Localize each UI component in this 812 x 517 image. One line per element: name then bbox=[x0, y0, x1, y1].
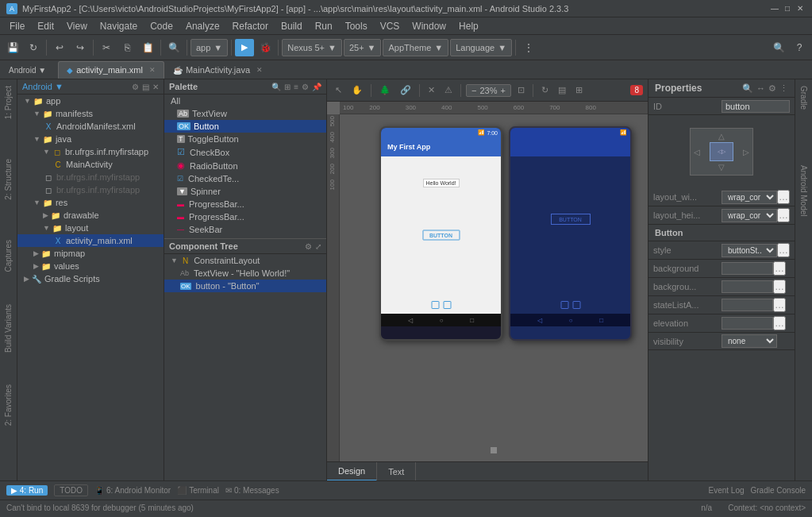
palette-item-button[interactable]: OK Button bbox=[164, 120, 326, 133]
help-btn[interactable]: ? bbox=[790, 38, 809, 57]
tree-item-mipmap[interactable]: ▶ 📁 mipmap bbox=[17, 247, 164, 260]
prop-layout-width-more[interactable]: … bbox=[777, 190, 790, 204]
debug-button[interactable]: 🐞 bbox=[256, 38, 275, 57]
search-everywhere-btn[interactable]: 🔍 bbox=[769, 38, 788, 57]
prop-layout-height-select[interactable]: wrap_cor match_parent wrap_content bbox=[722, 209, 777, 222]
menu-view[interactable]: View bbox=[60, 19, 94, 33]
comp-tree-button[interactable]: OK button - "Button" bbox=[164, 280, 326, 292]
menu-tools[interactable]: Tools bbox=[339, 19, 374, 33]
nexus-dropdown[interactable]: Nexus 5+ ▼ bbox=[282, 39, 342, 56]
canvas-area[interactable]: 📶 7:00 My First App Hello World! BUTTON bbox=[340, 114, 648, 461]
palette-layout-btn[interactable]: ≡ bbox=[294, 83, 298, 91]
prop-layout-height-more[interactable]: … bbox=[777, 208, 790, 222]
properties-search-btn[interactable]: 🔍 bbox=[742, 83, 753, 94]
prop-id-input[interactable] bbox=[722, 100, 790, 113]
prop-background-more[interactable]: … bbox=[773, 261, 786, 276]
editor-refresh-btn[interactable]: ↻ bbox=[538, 84, 552, 96]
palette-item-textview[interactable]: Ab TextView bbox=[164, 107, 326, 120]
prop-background2-more[interactable]: … bbox=[773, 280, 786, 294]
constraint-arrow-top[interactable]: △ bbox=[718, 132, 725, 141]
tab-text[interactable]: Text bbox=[377, 462, 416, 481]
terminal-btn[interactable]: ⬛ Terminal bbox=[177, 486, 219, 495]
run-button[interactable]: ▶ bbox=[235, 39, 254, 56]
properties-settings-btn[interactable]: ⚙ bbox=[768, 83, 776, 94]
messages-btn[interactable]: ✉ 0: Messages bbox=[225, 486, 279, 495]
prop-statelist-more[interactable]: … bbox=[773, 298, 786, 312]
tree-item-drawable[interactable]: ▶ 📁 drawable bbox=[17, 209, 164, 222]
palette-view-btn[interactable]: ⊞ bbox=[284, 83, 291, 91]
panel-gradle[interactable]: Gradle bbox=[798, 83, 810, 113]
palette-more-btn[interactable]: ⚙ bbox=[302, 83, 309, 91]
palette-item-radiobutton[interactable]: ◉ RadioButton bbox=[164, 159, 326, 172]
tree-item-layout[interactable]: ▼ 📁 layout bbox=[17, 222, 164, 234]
prop-background2-input[interactable] bbox=[722, 280, 773, 293]
zoom-fit-btn[interactable]: ⊡ bbox=[514, 84, 528, 96]
prop-style-more[interactable]: … bbox=[777, 243, 790, 257]
menu-navigate[interactable]: Navigate bbox=[94, 19, 144, 33]
resize-handle[interactable] bbox=[491, 447, 497, 453]
tree-item-package3[interactable]: ◻ br.ufrgs.inf.myfirstapp bbox=[17, 183, 164, 196]
tree-item-gradle-scripts[interactable]: ▶ 🔧 Gradle Scripts bbox=[17, 272, 164, 285]
tree-item-app[interactable]: ▼ 📁 app bbox=[17, 95, 164, 107]
tab-main-activity-java[interactable]: ☕ MainActivity.java ✕ bbox=[164, 61, 271, 79]
toolbar-undo-btn[interactable]: ↩ bbox=[50, 38, 69, 57]
app-dropdown[interactable]: app ▼ bbox=[190, 39, 228, 56]
run-status-btn[interactable]: ▶ 4: Run bbox=[6, 485, 48, 496]
menu-file[interactable]: File bbox=[3, 19, 31, 33]
todo-btn[interactable]: TODO bbox=[54, 484, 88, 496]
tree-item-package1[interactable]: ▼ ◻ br.ufrgs.inf.myfirstapp bbox=[17, 145, 164, 158]
warning-badge[interactable]: 8 bbox=[630, 85, 643, 95]
tree-item-androidmanifest[interactable]: X AndroidManifest.xml bbox=[17, 120, 164, 133]
comp-tree-textview[interactable]: Ab TextView - "Hello World!" bbox=[164, 267, 326, 280]
prop-layout-width-select[interactable]: wrap_cor match_parent wrap_content bbox=[722, 191, 777, 204]
minimize-button[interactable]: — bbox=[769, 3, 780, 14]
prop-style-select[interactable]: buttonSt... bbox=[722, 244, 777, 257]
tab-close-main[interactable]: ✕ bbox=[149, 66, 156, 74]
maximize-button[interactable]: □ bbox=[782, 3, 793, 14]
tab-android-dropdown[interactable]: Android ▼ bbox=[3, 61, 52, 79]
toolbar-more-btn[interactable]: ⋮ bbox=[519, 38, 538, 57]
prop-elevation-more[interactable]: … bbox=[773, 316, 786, 330]
language-dropdown[interactable]: Language ▼ bbox=[450, 39, 512, 56]
tree-item-values[interactable]: ▶ 📁 values bbox=[17, 260, 164, 272]
toolbar-paste-btn[interactable]: 📋 bbox=[138, 38, 157, 57]
comp-tree-constraintlayout[interactable]: ▼ N ConstraintLayout bbox=[164, 254, 326, 267]
properties-more-btn[interactable]: ⋮ bbox=[779, 83, 788, 94]
palette-item-spinner[interactable]: ▼ Spinner bbox=[164, 185, 326, 198]
tree-item-activity-main-xml[interactable]: X activity_main.xml bbox=[17, 234, 164, 247]
menu-code[interactable]: Code bbox=[144, 19, 179, 33]
zoom-out-btn[interactable]: − bbox=[471, 86, 476, 95]
tree-hide-icon[interactable]: ✕ bbox=[152, 83, 159, 91]
tree-item-res[interactable]: ▼ 📁 res bbox=[17, 196, 164, 209]
palette-item-togglebutton[interactable]: T ToggleButton bbox=[164, 133, 326, 145]
tree-item-mainactivity[interactable]: C MainActivity bbox=[17, 158, 164, 171]
toolbar-copy-btn[interactable]: ⎘ bbox=[117, 38, 137, 57]
palette-item-checkedtextview[interactable]: ☑ CheckedTe... bbox=[164, 172, 326, 185]
comp-tree-settings-btn[interactable]: ⚙ bbox=[305, 242, 312, 251]
editor-constraint-btn[interactable]: 🔗 bbox=[397, 84, 414, 96]
event-log-btn[interactable]: Event Log bbox=[708, 486, 744, 495]
toolbar-cut-btn[interactable]: ✂ bbox=[97, 38, 116, 57]
tab-close-java[interactable]: ✕ bbox=[256, 66, 263, 74]
toolbar-save-btn[interactable]: 💾 bbox=[3, 38, 22, 57]
tab-design[interactable]: Design bbox=[327, 462, 377, 481]
palette-pin-btn[interactable]: 📌 bbox=[312, 83, 321, 91]
editor-warning-btn[interactable]: ⚠ bbox=[441, 84, 456, 96]
palette-search-btn[interactable]: 🔍 bbox=[271, 83, 281, 91]
toolbar-sync-btn[interactable]: ↻ bbox=[24, 38, 43, 57]
prop-background-input[interactable] bbox=[722, 262, 773, 275]
menu-help[interactable]: Help bbox=[452, 19, 485, 33]
panel-favorites[interactable]: 2: Favorites bbox=[2, 381, 14, 429]
prop-elevation-input[interactable] bbox=[722, 317, 773, 330]
menu-run[interactable]: Run bbox=[309, 19, 339, 33]
tree-item-manifests[interactable]: ▼ 📁 manifests bbox=[17, 107, 164, 120]
tab-activity-main-xml[interactable]: ◆ activity_main.xml ✕ bbox=[58, 61, 164, 79]
close-button[interactable]: ✕ bbox=[795, 3, 806, 14]
toolbar-find-btn[interactable]: 🔍 bbox=[164, 38, 183, 57]
zoom-in-btn[interactable]: + bbox=[500, 86, 505, 95]
tree-gear-icon[interactable]: ⚙ bbox=[132, 83, 139, 91]
gradle-console-btn[interactable]: Gradle Console bbox=[751, 486, 806, 495]
editor-component-tree-btn[interactable]: 🌲 bbox=[376, 84, 394, 96]
palette-item-progressbar1[interactable]: ▬ ProgressBar... bbox=[164, 198, 326, 210]
constraint-arrow-bottom[interactable]: ▽ bbox=[718, 163, 725, 172]
